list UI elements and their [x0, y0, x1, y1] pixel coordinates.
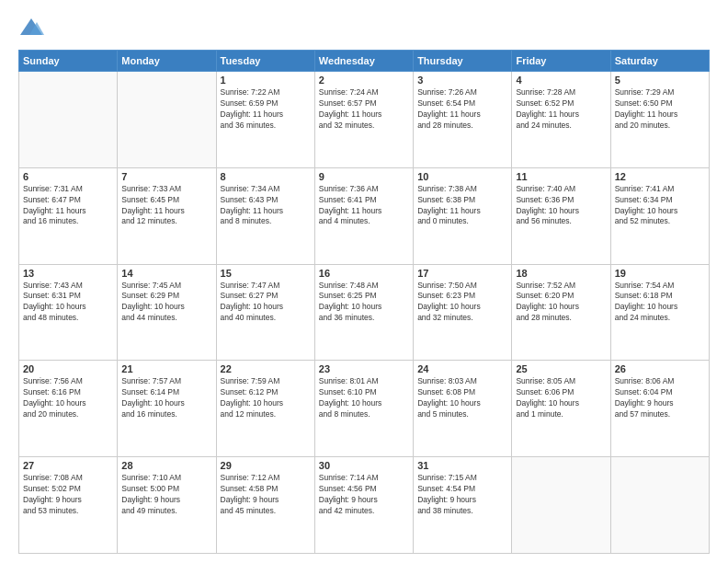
day-info: Sunrise: 7:57 AM Sunset: 6:14 PM Dayligh… [121, 376, 211, 420]
day-info: Sunrise: 7:34 AM Sunset: 6:43 PM Dayligh… [221, 184, 311, 228]
day-cell: 30Sunrise: 7:14 AM Sunset: 4:56 PM Dayli… [314, 457, 413, 554]
day-cell: 16Sunrise: 7:48 AM Sunset: 6:25 PM Dayli… [314, 264, 413, 361]
day-number: 31 [417, 460, 507, 471]
day-cell: 28Sunrise: 7:10 AM Sunset: 5:00 PM Dayli… [118, 457, 216, 554]
day-info: Sunrise: 7:15 AM Sunset: 4:54 PM Dayligh… [417, 473, 507, 517]
day-cell: 3Sunrise: 7:26 AM Sunset: 6:54 PM Daylig… [414, 72, 512, 168]
day-cell: 21Sunrise: 7:57 AM Sunset: 6:14 PM Dayli… [118, 361, 216, 457]
day-cell: 11Sunrise: 7:40 AM Sunset: 6:36 PM Dayli… [512, 167, 610, 264]
day-number: 15 [221, 268, 311, 279]
day-info: Sunrise: 7:08 AM Sunset: 5:02 PM Dayligh… [23, 473, 113, 517]
day-number: 29 [221, 460, 311, 471]
day-info: Sunrise: 7:14 AM Sunset: 4:56 PM Dayligh… [319, 473, 409, 517]
day-info: Sunrise: 7:43 AM Sunset: 6:31 PM Dayligh… [23, 281, 113, 325]
col-header-sunday: Sunday [19, 51, 118, 72]
day-cell: 9Sunrise: 7:36 AM Sunset: 6:41 PM Daylig… [314, 167, 413, 264]
day-info: Sunrise: 7:31 AM Sunset: 6:47 PM Dayligh… [23, 184, 113, 228]
day-info: Sunrise: 7:45 AM Sunset: 6:29 PM Dayligh… [121, 281, 211, 325]
day-cell: 25Sunrise: 8:05 AM Sunset: 6:06 PM Dayli… [512, 361, 610, 457]
day-cell [118, 72, 216, 168]
day-info: Sunrise: 7:28 AM Sunset: 6:52 PM Dayligh… [516, 87, 606, 132]
day-cell: 4Sunrise: 7:28 AM Sunset: 6:52 PM Daylig… [512, 72, 610, 168]
day-info: Sunrise: 7:50 AM Sunset: 6:23 PM Dayligh… [417, 281, 507, 325]
day-cell: 2Sunrise: 7:24 AM Sunset: 6:57 PM Daylig… [314, 72, 413, 168]
day-info: Sunrise: 8:01 AM Sunset: 6:10 PM Dayligh… [319, 376, 409, 420]
day-number: 19 [615, 268, 705, 279]
day-info: Sunrise: 7:40 AM Sunset: 6:36 PM Dayligh… [516, 184, 606, 228]
day-info: Sunrise: 8:03 AM Sunset: 6:08 PM Dayligh… [417, 376, 507, 420]
day-cell: 7Sunrise: 7:33 AM Sunset: 6:45 PM Daylig… [118, 167, 216, 264]
day-cell: 17Sunrise: 7:50 AM Sunset: 6:23 PM Dayli… [414, 264, 512, 361]
page: SundayMondayTuesdayWednesdayThursdayFrid… [0, 0, 728, 563]
day-cell: 26Sunrise: 8:06 AM Sunset: 6:04 PM Dayli… [610, 361, 709, 457]
day-number: 26 [615, 363, 705, 374]
day-number: 4 [516, 75, 606, 86]
day-number: 28 [121, 460, 211, 471]
day-cell: 24Sunrise: 8:03 AM Sunset: 6:08 PM Dayli… [414, 361, 512, 457]
day-info: Sunrise: 7:33 AM Sunset: 6:45 PM Dayligh… [121, 184, 211, 228]
day-number: 9 [319, 171, 409, 182]
day-cell: 23Sunrise: 8:01 AM Sunset: 6:10 PM Dayli… [314, 361, 413, 457]
col-header-tuesday: Tuesday [216, 51, 314, 72]
day-info: Sunrise: 7:36 AM Sunset: 6:41 PM Dayligh… [319, 184, 409, 228]
day-number: 24 [417, 363, 507, 374]
day-cell: 10Sunrise: 7:38 AM Sunset: 6:38 PM Dayli… [414, 167, 512, 264]
day-cell: 6Sunrise: 7:31 AM Sunset: 6:47 PM Daylig… [19, 167, 118, 264]
week-row-4: 20Sunrise: 7:56 AM Sunset: 6:16 PM Dayli… [19, 361, 710, 457]
week-row-5: 27Sunrise: 7:08 AM Sunset: 5:02 PM Dayli… [19, 457, 710, 554]
day-cell: 31Sunrise: 7:15 AM Sunset: 4:54 PM Dayli… [414, 457, 512, 554]
col-header-thursday: Thursday [414, 51, 512, 72]
day-cell: 22Sunrise: 7:59 AM Sunset: 6:12 PM Dayli… [216, 361, 314, 457]
day-info: Sunrise: 7:29 AM Sunset: 6:50 PM Dayligh… [615, 87, 705, 132]
day-cell: 8Sunrise: 7:34 AM Sunset: 6:43 PM Daylig… [216, 167, 314, 264]
day-number: 13 [23, 268, 113, 279]
day-number: 25 [516, 363, 606, 374]
day-cell: 27Sunrise: 7:08 AM Sunset: 5:02 PM Dayli… [19, 457, 118, 554]
day-info: Sunrise: 7:24 AM Sunset: 6:57 PM Dayligh… [319, 87, 409, 132]
day-info: Sunrise: 7:48 AM Sunset: 6:25 PM Dayligh… [319, 281, 409, 325]
day-cell: 18Sunrise: 7:52 AM Sunset: 6:20 PM Dayli… [512, 264, 610, 361]
day-number: 18 [516, 268, 606, 279]
day-number: 21 [121, 363, 211, 374]
header-row: SundayMondayTuesdayWednesdayThursdayFrid… [19, 51, 710, 72]
day-cell [19, 72, 118, 168]
day-cell: 1Sunrise: 7:22 AM Sunset: 6:59 PM Daylig… [216, 72, 314, 168]
day-number: 23 [319, 363, 409, 374]
day-number: 3 [417, 75, 507, 86]
day-cell: 20Sunrise: 7:56 AM Sunset: 6:16 PM Dayli… [19, 361, 118, 457]
day-number: 11 [516, 171, 606, 182]
day-info: Sunrise: 7:10 AM Sunset: 5:00 PM Dayligh… [121, 473, 211, 517]
day-info: Sunrise: 7:12 AM Sunset: 4:58 PM Dayligh… [221, 473, 311, 517]
col-header-monday: Monday [118, 51, 216, 72]
day-cell: 12Sunrise: 7:41 AM Sunset: 6:34 PM Dayli… [610, 167, 709, 264]
day-number: 17 [417, 268, 507, 279]
week-row-3: 13Sunrise: 7:43 AM Sunset: 6:31 PM Dayli… [19, 264, 710, 361]
day-number: 2 [319, 75, 409, 86]
logo [18, 15, 48, 40]
day-cell [512, 457, 610, 554]
day-cell: 19Sunrise: 7:54 AM Sunset: 6:18 PM Dayli… [610, 264, 709, 361]
day-number: 5 [615, 75, 705, 86]
day-number: 8 [221, 171, 311, 182]
day-number: 14 [121, 268, 211, 279]
day-info: Sunrise: 8:05 AM Sunset: 6:06 PM Dayligh… [516, 376, 606, 420]
day-info: Sunrise: 7:22 AM Sunset: 6:59 PM Dayligh… [221, 87, 311, 132]
day-number: 10 [417, 171, 507, 182]
day-cell [610, 457, 709, 554]
day-cell: 13Sunrise: 7:43 AM Sunset: 6:31 PM Dayli… [19, 264, 118, 361]
day-info: Sunrise: 7:41 AM Sunset: 6:34 PM Dayligh… [615, 184, 705, 228]
day-cell: 15Sunrise: 7:47 AM Sunset: 6:27 PM Dayli… [216, 264, 314, 361]
day-info: Sunrise: 7:59 AM Sunset: 6:12 PM Dayligh… [221, 376, 311, 420]
day-cell: 29Sunrise: 7:12 AM Sunset: 4:58 PM Dayli… [216, 457, 314, 554]
header [18, 15, 710, 40]
day-number: 30 [319, 460, 409, 471]
day-number: 6 [23, 171, 113, 182]
day-number: 12 [615, 171, 705, 182]
col-header-wednesday: Wednesday [314, 51, 413, 72]
day-info: Sunrise: 7:26 AM Sunset: 6:54 PM Dayligh… [417, 87, 507, 132]
day-info: Sunrise: 8:06 AM Sunset: 6:04 PM Dayligh… [615, 376, 705, 420]
day-number: 27 [23, 460, 113, 471]
day-number: 16 [319, 268, 409, 279]
day-number: 20 [23, 363, 113, 374]
col-header-saturday: Saturday [610, 51, 709, 72]
